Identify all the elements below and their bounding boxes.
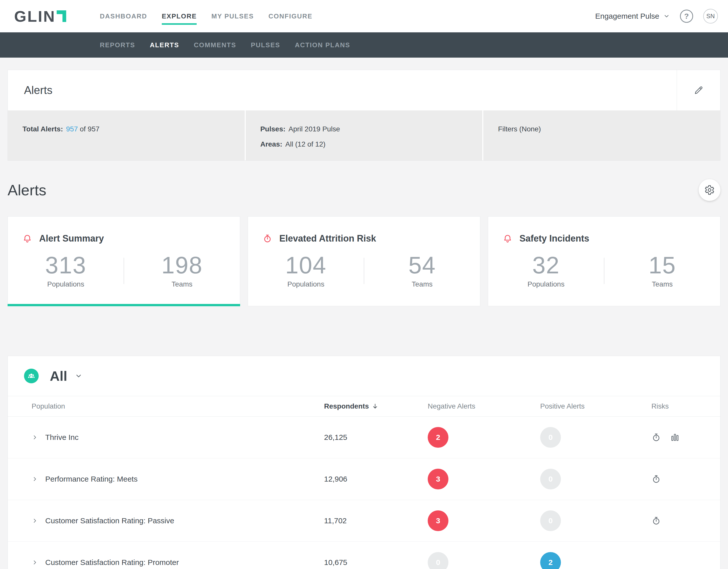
stat-teams: 15 Teams: [604, 254, 720, 288]
explore-subnav: REPORTS ALERTS COMMENTS PULSES ACTION PL…: [0, 32, 728, 58]
main-nav: DASHBOARD EXPLORE MY PULSES CONFIGURE: [100, 0, 312, 32]
subnav-pulses[interactable]: PULSES: [251, 41, 280, 49]
sort-desc-icon: [372, 403, 378, 409]
table-header-row: Population Respondents Negative Alerts P…: [8, 396, 720, 417]
overview-meta: Total Alerts:957 of 957 Pulses:April 201…: [8, 110, 720, 161]
table-row[interactable]: Customer Satisfaction Rating: Passive 11…: [8, 500, 720, 542]
stat-value: 15: [649, 254, 676, 277]
distribution-icon[interactable]: [670, 432, 680, 442]
stat-label: Teams: [172, 280, 192, 288]
chevron-down-icon: [663, 13, 670, 19]
pulse-selector-dropdown[interactable]: Engagement Pulse: [595, 12, 670, 20]
stat-label: Populations: [287, 280, 324, 288]
pencil-icon: [694, 85, 704, 95]
avatar[interactable]: SN: [703, 9, 718, 24]
people-group-icon: [24, 369, 39, 383]
stat-teams: 54 Teams: [364, 254, 480, 288]
bell-icon: [22, 234, 32, 243]
stat-value: 104: [285, 254, 327, 277]
stat-label: Teams: [652, 280, 673, 288]
column-population[interactable]: Population: [32, 402, 324, 410]
respondents-value: 12,906: [324, 475, 428, 483]
expand-row-icon[interactable]: [32, 517, 38, 524]
column-risks[interactable]: Risks: [651, 402, 720, 410]
subnav-action-plans[interactable]: ACTION PLANS: [295, 41, 350, 49]
stat-value: 54: [408, 254, 436, 277]
positive-alerts-badge[interactable]: 0: [540, 427, 561, 448]
bell-icon: [503, 234, 512, 243]
filters-summary: Filters (None): [483, 110, 720, 161]
card-safety-incidents[interactable]: Safety Incidents 32 Populations 15 Teams: [488, 216, 720, 306]
positive-alerts-badge[interactable]: 0: [540, 469, 561, 489]
subnav-comments[interactable]: COMMENTS: [194, 41, 236, 49]
total-alerts-label: Total Alerts:: [22, 125, 63, 133]
metric-card-title: Elevated Attrition Risk: [279, 233, 376, 244]
top-header: GLIN DASHBOARD EXPLORE MY PULSES CONFIGU…: [0, 0, 728, 32]
positive-alerts-badge[interactable]: 0: [540, 510, 561, 531]
stat-populations: 313 Populations: [8, 254, 124, 288]
negative-alerts-badge[interactable]: 3: [428, 510, 448, 531]
table-row[interactable]: Thrive Inc 26,125 2 0: [8, 417, 720, 458]
nav-dashboard[interactable]: DASHBOARD: [100, 12, 147, 20]
areas-label: Areas:: [260, 140, 282, 148]
question-mark-icon: ?: [684, 12, 689, 20]
column-respondents[interactable]: Respondents: [324, 402, 428, 410]
stat-populations: 32 Populations: [488, 254, 604, 288]
edit-alerts-button[interactable]: [677, 70, 720, 110]
negative-alerts-badge[interactable]: 3: [428, 469, 448, 489]
help-button[interactable]: ?: [680, 10, 693, 23]
negative-alerts-badge[interactable]: 2: [428, 427, 448, 448]
overview-title: Alerts: [8, 84, 677, 97]
pulses-areas-summary: Pulses:April 2019 Pulse Areas:All (12 of…: [246, 110, 483, 161]
subnav-reports[interactable]: REPORTS: [100, 41, 135, 49]
positive-alerts-badge[interactable]: 2: [540, 552, 561, 569]
attrition-risk-icon[interactable]: [651, 474, 661, 484]
metric-card-title: Safety Incidents: [519, 233, 589, 244]
attrition-risk-icon[interactable]: [651, 432, 661, 442]
gear-icon: [704, 185, 715, 195]
areas-value: All (12 of 12): [285, 140, 326, 148]
card-elevated-attrition-risk[interactable]: Elevated Attrition Risk 104 Populations …: [248, 216, 480, 306]
alerts-section-head: Alerts: [8, 179, 720, 201]
subnav-alerts[interactable]: ALERTS: [150, 41, 179, 49]
table-row[interactable]: Customer Satisfaction Rating: Promoter 1…: [8, 542, 720, 569]
populations-table-card: All Population Respondents Negative Aler…: [8, 356, 720, 569]
metric-card-title: Alert Summary: [39, 233, 104, 244]
expand-row-icon[interactable]: [32, 559, 38, 566]
pulse-selector-label: Engagement Pulse: [595, 12, 659, 20]
logo-text: GLIN: [14, 7, 56, 25]
pulses-label: Pulses:: [260, 125, 286, 133]
population-name: Customer Satisfaction Rating: Passive: [45, 516, 174, 525]
total-alerts-link[interactable]: 957: [66, 125, 78, 133]
nav-explore[interactable]: EXPLORE: [162, 12, 197, 20]
alert-metric-cards: Alert Summary 313 Populations 198 Teams: [8, 216, 720, 306]
chevron-down-icon: [75, 372, 82, 380]
column-positive-alerts[interactable]: Positive Alerts: [540, 402, 651, 410]
population-name: Thrive Inc: [45, 433, 79, 442]
population-name: Customer Satisfaction Rating: Promoter: [45, 558, 179, 567]
pulses-value: April 2019 Pulse: [288, 125, 340, 133]
stat-value: 198: [162, 254, 203, 277]
attrition-risk-icon[interactable]: [651, 516, 661, 526]
negative-alerts-badge[interactable]: 0: [428, 552, 448, 569]
stopwatch-icon: [263, 234, 272, 243]
expand-row-icon[interactable]: [32, 476, 38, 482]
total-alerts-summary: Total Alerts:957 of 957: [8, 110, 245, 161]
expand-row-icon[interactable]: [32, 434, 38, 441]
population-group-selector[interactable]: All: [8, 356, 720, 396]
stat-label: Populations: [47, 280, 84, 288]
population-group-label: All: [50, 368, 67, 384]
population-name: Performance Rating: Meets: [45, 475, 138, 483]
card-alert-summary[interactable]: Alert Summary 313 Populations 198 Teams: [8, 216, 240, 306]
alerts-settings-button[interactable]: [699, 179, 720, 201]
glint-logo[interactable]: GLIN: [14, 7, 66, 25]
logo-accent-mark: [57, 10, 66, 22]
stat-label: Populations: [528, 280, 564, 288]
nav-configure[interactable]: CONFIGURE: [268, 12, 312, 20]
nav-my-pulses[interactable]: MY PULSES: [211, 12, 254, 20]
alerts-overview-card: Alerts Total Alerts:957 of 957 P: [8, 70, 720, 161]
respondents-value: 10,675: [324, 558, 428, 567]
table-row[interactable]: Performance Rating: Meets 12,906 3 0: [8, 458, 720, 500]
stat-value: 313: [45, 254, 86, 277]
column-negative-alerts[interactable]: Negative Alerts: [428, 402, 540, 410]
